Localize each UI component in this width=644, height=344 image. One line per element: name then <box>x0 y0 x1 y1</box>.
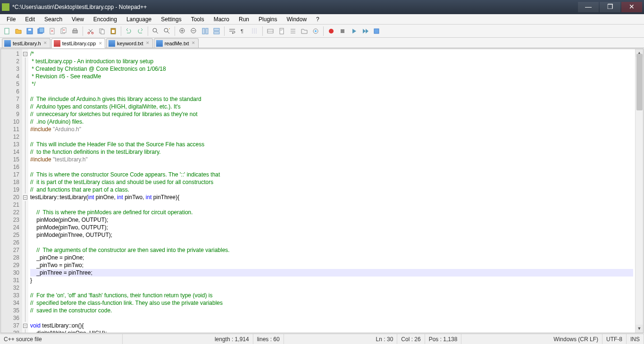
code-line[interactable]: // to the function definitions in the te… <box>30 148 633 156</box>
paste-button[interactable] <box>108 26 118 36</box>
tab-testlibrary-cpp[interactable]: testLibrary.cpp✕ <box>51 38 105 48</box>
code-line[interactable]: // specified before the class-function l… <box>30 299 633 307</box>
code-line[interactable]: /* <box>30 50 633 58</box>
code-line[interactable]: // unneccesary for sketches but required… <box>30 110 633 118</box>
tab-close-icon[interactable]: ✕ <box>191 41 196 46</box>
code-line[interactable]: } <box>30 277 633 284</box>
code-line[interactable]: #include "testLibrary.h" <box>30 156 633 163</box>
code-line[interactable] <box>30 133 633 141</box>
close-button[interactable]: ✕ <box>621 2 642 12</box>
minimize-button[interactable]: — <box>578 2 599 12</box>
cut-button[interactable] <box>85 26 96 36</box>
code-line[interactable]: */ <box>30 80 633 88</box>
menu-plugins[interactable]: Plugins <box>254 15 282 24</box>
code-line[interactable] <box>30 201 633 209</box>
tab-testlibrary-h[interactable]: testLibrary.h✕ <box>2 38 50 48</box>
maximize-button[interactable]: ❐ <box>600 2 620 12</box>
code-line[interactable] <box>30 284 633 292</box>
code-line[interactable] <box>30 314 633 322</box>
code-line[interactable]: // .ino (Arduino) files. <box>30 118 633 126</box>
close-file-button[interactable] <box>47 26 58 36</box>
menu-language[interactable]: Language <box>122 15 156 24</box>
code-line[interactable]: digitalWrite( pinOne, HIGH); <box>30 329 633 333</box>
menu-settings[interactable]: Settings <box>156 15 186 24</box>
menu-tools[interactable]: Tools <box>186 15 209 24</box>
code-line[interactable]: void testLibrary::on(){ <box>30 322 633 329</box>
fold-toggle[interactable]: − <box>23 52 27 56</box>
menu-view[interactable]: View <box>67 15 89 24</box>
save-all-button[interactable] <box>36 26 46 36</box>
code-line[interactable]: * Revision #5 - See readMe <box>30 73 633 80</box>
code-line[interactable]: // For the 'on', 'off' and 'flash' funct… <box>30 292 633 299</box>
menu-macro[interactable]: Macro <box>209 15 234 24</box>
code-line[interactable]: pinMode(pinTwo, OUTPUT); <box>30 224 633 231</box>
code-line[interactable] <box>30 239 633 246</box>
code-line[interactable]: pinMode(pinThree, OUTPUT); <box>30 231 633 239</box>
undo-button[interactable] <box>124 26 134 36</box>
code-line[interactable]: _pinThree = pinThree; <box>30 269 633 277</box>
menu-search[interactable]: Search <box>40 15 67 24</box>
code-line[interactable] <box>30 163 633 171</box>
sync-vscroll-button[interactable] <box>200 26 210 36</box>
menu-window[interactable]: Window <box>282 15 311 24</box>
replace-button[interactable] <box>162 26 172 36</box>
open-file-button[interactable] <box>13 26 24 36</box>
redo-button[interactable] <box>135 26 145 36</box>
code-area[interactable]: /* * testLibrary.cpp - An introduction t… <box>28 49 635 333</box>
code-line[interactable]: // The #include of Arduino.h gives this … <box>30 95 633 103</box>
vertical-scrollbar[interactable]: ▲ ▼ <box>635 49 643 333</box>
tab-readme-txt[interactable]: readMe.txt✕ <box>154 38 199 48</box>
indent-guide-button[interactable] <box>250 26 260 36</box>
fold-toggle[interactable]: − <box>23 324 27 328</box>
sync-hscroll-button[interactable] <box>211 26 222 36</box>
tab-keyword-txt[interactable]: keyword.txt✕ <box>106 38 153 48</box>
code-line[interactable]: // it is part of the testLibrary class a… <box>30 178 633 186</box>
menu-file[interactable]: File <box>2 15 20 24</box>
code-line[interactable]: testLibrary::testLibrary(int pinOne, int… <box>30 193 633 201</box>
show-whitespace-button[interactable] <box>310 26 321 36</box>
code-line[interactable]: _pinTwo = pinTwo; <box>30 261 633 269</box>
zoom-in-button[interactable] <box>177 26 188 36</box>
function-list-button[interactable] <box>288 26 298 36</box>
code-line[interactable]: #include "Arduino.h" <box>30 126 633 133</box>
doc-map-button[interactable] <box>276 26 287 36</box>
zoom-out-button[interactable] <box>189 26 199 36</box>
fold-toggle[interactable]: − <box>23 195 27 200</box>
code-line[interactable]: // This will include the Header File so … <box>30 141 633 148</box>
scroll-thumb[interactable] <box>636 54 643 110</box>
scroll-down-arrow[interactable]: ▼ <box>636 325 643 333</box>
code-line[interactable]: // saved in the constructor code. <box>30 307 633 314</box>
macro-play-multi-button[interactable] <box>360 26 370 36</box>
tab-close-icon[interactable]: ✕ <box>145 41 151 46</box>
tab-close-icon[interactable]: ✕ <box>98 41 103 46</box>
new-file-button[interactable] <box>2 26 12 36</box>
language-button[interactable] <box>265 26 276 36</box>
menu-run[interactable]: Run <box>234 15 254 24</box>
code-line[interactable]: * Created by Christian @ Core Electronic… <box>30 65 633 73</box>
code-line[interactable]: _pinOne = pinOne; <box>30 254 633 261</box>
folder-workspace-button[interactable] <box>299 26 309 36</box>
save-button[interactable] <box>25 26 35 36</box>
macro-stop-button[interactable] <box>337 26 348 36</box>
macro-save-button[interactable] <box>371 26 382 36</box>
code-line[interactable]: // This is where the constructor Source … <box>30 171 633 178</box>
code-line[interactable]: // The arguments of the constructor are … <box>30 246 633 254</box>
find-button[interactable] <box>151 26 161 36</box>
code-line[interactable]: // Arduino types and constants (HIGH, di… <box>30 103 633 110</box>
code-line[interactable]: // and functions that are part of a clas… <box>30 186 633 193</box>
print-button[interactable] <box>70 26 80 36</box>
macro-play-button[interactable] <box>349 26 359 36</box>
menu-[interactable]: ? <box>311 15 324 24</box>
copy-button[interactable] <box>97 26 107 36</box>
menu-encoding[interactable]: Encoding <box>89 15 122 24</box>
code-line[interactable]: pinMode(pinOne, OUTPUT); <box>30 216 633 224</box>
show-all-chars-button[interactable]: ¶ <box>238 26 249 36</box>
code-line[interactable]: * testLibrary.cpp - An introduction to l… <box>30 58 633 65</box>
code-line[interactable] <box>30 88 633 95</box>
tab-close-icon[interactable]: ✕ <box>43 41 48 46</box>
word-wrap-button[interactable] <box>227 26 237 36</box>
menu-edit[interactable]: Edit <box>20 15 40 24</box>
code-line[interactable]: // This is where the pinModes are define… <box>30 209 633 216</box>
macro-record-button[interactable] <box>326 26 336 36</box>
close-all-button[interactable] <box>59 26 69 36</box>
